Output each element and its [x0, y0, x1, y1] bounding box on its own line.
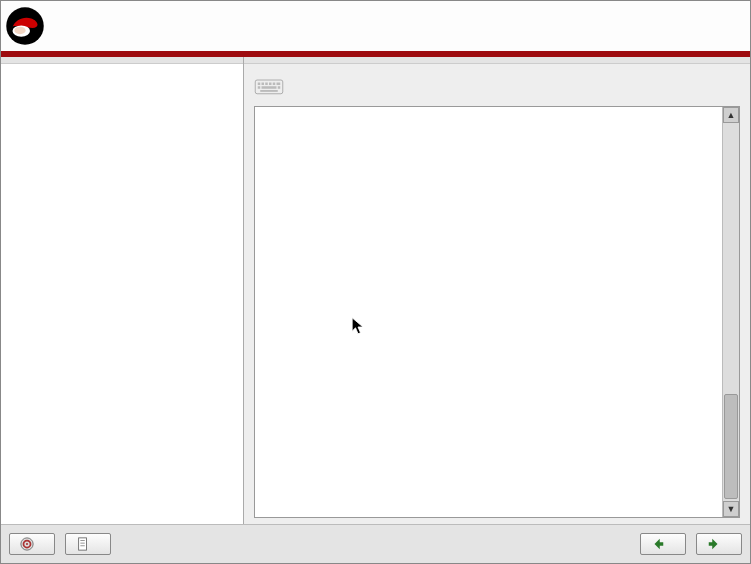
svg-rect-9	[277, 83, 281, 86]
help-pane	[1, 57, 244, 524]
prompt-row	[244, 64, 750, 106]
svg-rect-17	[79, 538, 87, 550]
hide-help-icon	[20, 537, 34, 551]
svg-rect-10	[258, 86, 261, 89]
release-notes-button[interactable]	[65, 533, 111, 555]
next-button[interactable]	[696, 533, 742, 555]
hide-help-button[interactable]	[9, 533, 55, 555]
redhat-logo-icon	[5, 6, 45, 46]
keyboard-pane-title	[244, 57, 750, 64]
svg-rect-21	[659, 542, 663, 546]
arrow-right-icon	[707, 537, 721, 551]
svg-rect-8	[273, 83, 276, 86]
keyboard-pane: ▲ ▼	[244, 57, 750, 524]
svg-rect-6	[265, 83, 268, 86]
keyboard-list-container: ▲ ▼	[254, 106, 740, 518]
svg-rect-12	[278, 86, 281, 89]
svg-rect-11	[262, 86, 277, 89]
keyboard-icon	[254, 72, 284, 98]
back-button[interactable]	[640, 533, 686, 555]
installer-window: ▲ ▼	[0, 0, 751, 564]
svg-rect-7	[269, 83, 272, 86]
svg-rect-5	[262, 83, 265, 86]
svg-rect-4	[258, 83, 261, 86]
button-row	[1, 524, 750, 563]
svg-rect-13	[260, 90, 278, 92]
top-banner	[1, 1, 750, 51]
scroll-thumb[interactable]	[724, 394, 738, 499]
keyboard-list[interactable]	[255, 107, 722, 517]
svg-point-16	[26, 543, 28, 545]
scrollbar[interactable]: ▲ ▼	[722, 107, 739, 517]
help-pane-title	[1, 57, 243, 64]
help-body	[1, 64, 243, 524]
document-icon	[76, 537, 90, 551]
svg-point-2	[14, 27, 25, 35]
arrow-left-icon	[651, 537, 665, 551]
scroll-down-button[interactable]: ▼	[723, 501, 739, 517]
main-area: ▲ ▼	[1, 57, 750, 524]
scroll-up-button[interactable]: ▲	[723, 107, 739, 123]
